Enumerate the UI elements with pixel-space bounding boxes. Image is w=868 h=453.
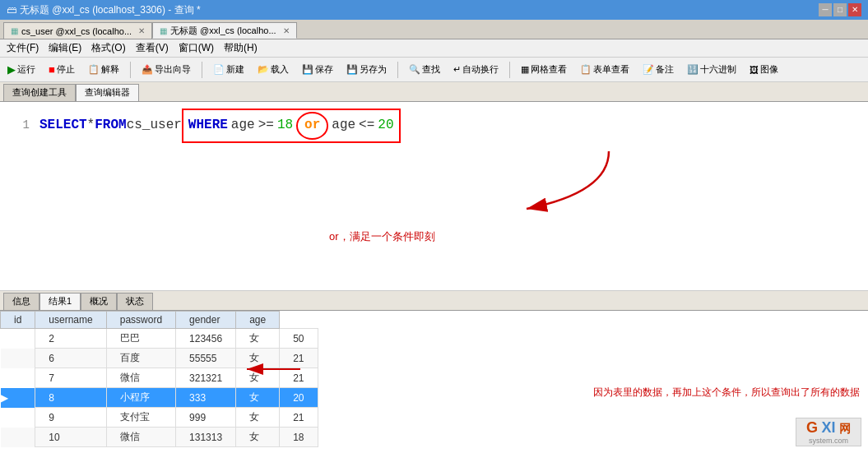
saveas-label: 另存为 xyxy=(360,63,387,76)
result-tab-overview[interactable]: 概况 xyxy=(81,293,117,310)
cell-age: 21 xyxy=(280,408,318,428)
load-label: 载入 xyxy=(271,63,289,76)
form-button[interactable]: 📋 表单查看 xyxy=(576,61,634,78)
save-button[interactable]: 💾 保存 xyxy=(298,61,337,78)
saveas-icon: 💾 xyxy=(346,64,358,75)
stop-icon: ■ xyxy=(49,63,55,76)
saveas-button[interactable]: 💾 另存为 xyxy=(342,61,391,78)
cell-password: 999 xyxy=(176,408,236,428)
find-icon: 🔍 xyxy=(409,64,420,75)
tab-close-untitled[interactable]: ✕ xyxy=(283,26,290,35)
maximize-button[interactable]: □ xyxy=(833,3,847,16)
grid-label: 网格查看 xyxy=(531,63,567,76)
annotation-arrow xyxy=(461,127,708,233)
cell-age: 20 xyxy=(280,388,318,408)
cell-id: 9 xyxy=(35,408,106,428)
table-row[interactable]: 9支付宝999女21 xyxy=(1,408,318,428)
cell-username: 微信 xyxy=(106,428,175,447)
cell-id: 7 xyxy=(35,368,106,388)
tab-label-untitled: 无标题 @xxl_cs (localho... xyxy=(170,25,276,37)
code-col1: age xyxy=(231,115,255,136)
minimize-button[interactable]: ─ xyxy=(819,3,832,16)
col-header-username: username xyxy=(35,312,106,329)
cell-id: 10 xyxy=(35,428,106,447)
tab-icon-csuser: ▦ xyxy=(11,26,18,35)
new-label: 新建 xyxy=(226,63,244,76)
note-button[interactable]: 📝 备注 xyxy=(638,61,678,78)
explain-button[interactable]: 📋 解释 xyxy=(84,61,123,78)
autowrap-icon: ↵ xyxy=(453,64,461,75)
cell-password: 131313 xyxy=(176,428,236,447)
result-tab-result1[interactable]: 结果1 xyxy=(39,293,81,310)
cell-gender: 女 xyxy=(236,428,280,447)
new-button[interactable]: 📄 新建 xyxy=(209,61,248,78)
cell-password: 321321 xyxy=(176,368,236,388)
separator-1 xyxy=(130,62,131,78)
sub-tab-query-builder[interactable]: 查询创建工具 xyxy=(3,84,76,101)
highlight-box: WHERE age >= 18 or age <= 20 xyxy=(182,109,401,143)
cell-gender: 女 xyxy=(236,408,280,428)
autowrap-button[interactable]: ↵ 自动换行 xyxy=(449,61,503,78)
cell-password: 333 xyxy=(176,388,236,408)
form-label: 表单查看 xyxy=(593,63,629,76)
note-icon: 📝 xyxy=(643,64,654,75)
row-spacer xyxy=(1,428,35,447)
explain-label: 解释 xyxy=(101,63,119,76)
keyword-from: FROM xyxy=(95,115,126,136)
col-header-id: id xyxy=(1,312,35,329)
hex-icon: 🔢 xyxy=(687,64,699,75)
annotation-text: or，满足一个条件即刻 xyxy=(329,230,435,243)
editor-area[interactable]: 1 SELECT * FROM cs_user WHERE age >= 18 … xyxy=(0,102,868,291)
col-header-age: age xyxy=(236,312,280,329)
menu-file[interactable]: 文件(F) xyxy=(7,41,39,55)
menu-format[interactable]: 格式(O) xyxy=(91,41,125,55)
table-row[interactable]: ▶8小程序333女20 xyxy=(1,388,318,408)
table-row[interactable]: 2巴巴123456女50 xyxy=(1,329,318,349)
cell-username: 微信 xyxy=(106,368,175,388)
run-icon: ▶ xyxy=(7,63,16,76)
logo: G XI 网 system.com xyxy=(796,418,861,446)
note-label: 备注 xyxy=(656,63,674,76)
export-label: 导出向导 xyxy=(155,63,191,76)
toolbar: ▶ 运行 ■ 停止 📋 解释 📤 导出向导 📄 新建 📂 载入 💾 保存 💾 另… xyxy=(0,58,868,82)
menu-help[interactable]: 帮助(H) xyxy=(224,41,258,55)
image-button[interactable]: 🖼 图像 xyxy=(745,61,782,78)
run-label: 运行 xyxy=(17,63,35,76)
load-button[interactable]: 📂 载入 xyxy=(253,61,293,78)
title-text: 无标题 @xxl_cs (localhost_3306) - 查询 * xyxy=(20,3,201,17)
tab-untitled[interactable]: ▦ 无标题 @xxl_cs (localho... ✕ xyxy=(152,22,297,39)
run-button[interactable]: ▶ 运行 xyxy=(3,61,39,78)
code-table: cs_user xyxy=(127,115,182,136)
find-button[interactable]: 🔍 查找 xyxy=(405,61,444,78)
separator-4 xyxy=(509,62,510,78)
menu-edit[interactable]: 编辑(E) xyxy=(49,41,81,55)
row-annotation-text: 因为表里的数据，再加上这个条件，所以查询出了所有的数据 xyxy=(593,386,860,398)
col-header-gender: gender xyxy=(176,312,236,329)
stop-button[interactable]: ■ 停止 xyxy=(44,61,79,78)
menu-view[interactable]: 查看(V) xyxy=(136,41,169,55)
tab-csuser[interactable]: ▦ cs_user @xxl_cs (localho... ✕ xyxy=(3,22,152,39)
sub-tab-query-editor[interactable]: 查询编辑器 xyxy=(76,84,139,101)
result-table-container[interactable]: id username password gender age 2巴巴12345… xyxy=(0,311,868,453)
cell-age: 50 xyxy=(280,329,318,349)
tab-close-csuser[interactable]: ✕ xyxy=(138,26,145,35)
table-row[interactable]: 10微信131313女18 xyxy=(1,428,318,447)
cell-username: 小程序 xyxy=(106,388,175,408)
cell-gender: 女 xyxy=(236,329,280,349)
export-button[interactable]: 📤 导出向导 xyxy=(137,61,195,78)
result-tab-info[interactable]: 信息 xyxy=(3,293,39,310)
image-label: 图像 xyxy=(760,63,778,76)
explain-icon: 📋 xyxy=(88,64,100,75)
row-spacer xyxy=(1,368,35,388)
hex-button[interactable]: 🔢 十六进制 xyxy=(683,61,740,78)
tab-bar: ▦ cs_user @xxl_cs (localho... ✕ ▦ 无标题 @x… xyxy=(0,20,868,39)
tab-label-csuser: cs_user @xxl_cs (localho... xyxy=(21,26,132,36)
window-controls[interactable]: ─ □ ✕ xyxy=(819,3,861,16)
menu-window[interactable]: 窗口(W) xyxy=(179,41,214,55)
cell-id: 2 xyxy=(35,329,106,349)
grid-icon: ▦ xyxy=(521,64,529,75)
close-button[interactable]: ✕ xyxy=(848,3,861,16)
separator-2 xyxy=(202,62,202,78)
grid-button[interactable]: ▦ 网格查看 xyxy=(517,61,571,78)
result-tab-status[interactable]: 状态 xyxy=(117,293,153,310)
